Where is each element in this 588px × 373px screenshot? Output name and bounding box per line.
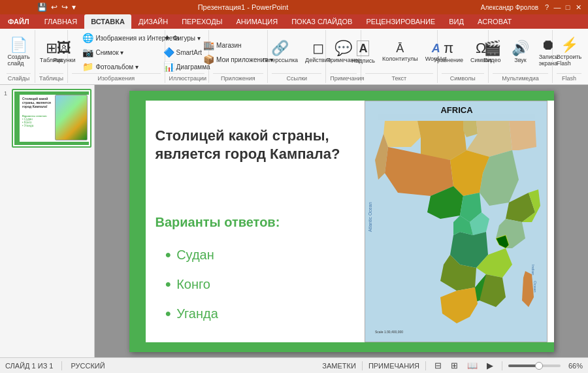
separator-3 bbox=[425, 361, 426, 370]
zoom-level[interactable]: 66% bbox=[564, 362, 583, 370]
tab-transitions[interactable]: ПЕРЕХОДЫ bbox=[175, 14, 229, 29]
audio-label: Звук bbox=[514, 57, 526, 63]
slide-answer-3[interactable]: ● Уганда bbox=[165, 306, 218, 321]
slide-number-label: 1 bbox=[4, 90, 7, 97]
africa-map-svg: AFRICA bbox=[365, 101, 547, 342]
store-label: Магазин bbox=[216, 42, 242, 49]
notes-btn[interactable]: ЗАМЕТКИ bbox=[322, 362, 356, 370]
flash-items: ⚡ ВстроитьFlash bbox=[554, 31, 584, 73]
ribbon-group-apps: 🏬 Магазин 📦 Мои приложения ▾ Приложения bbox=[209, 30, 269, 83]
zoom-slider[interactable] bbox=[508, 365, 561, 367]
minimize-btn[interactable]: — bbox=[553, 3, 562, 12]
header-footer-label: Колонтитулы bbox=[382, 56, 418, 62]
svg-text:AFRICA: AFRICA bbox=[440, 105, 473, 115]
audio-icon: 🔊 bbox=[512, 41, 529, 56]
normal-view-btn[interactable]: ⊟ bbox=[432, 359, 444, 372]
textbox-icon: A bbox=[357, 41, 369, 56]
video-btn[interactable]: 🎬 Видео bbox=[479, 40, 505, 65]
slide-map[interactable]: AFRICA bbox=[365, 101, 547, 342]
equation-btn[interactable]: π Уравнение bbox=[431, 40, 466, 65]
equation-icon: π bbox=[444, 41, 453, 56]
separator-4 bbox=[502, 361, 502, 370]
shapes-icon: ✦ bbox=[163, 33, 171, 43]
links-items: 🔗 Гиперссылка ◻ Действие bbox=[260, 31, 334, 73]
slide-green-left bbox=[129, 91, 146, 352]
slide-answer-1[interactable]: ● Судан bbox=[165, 248, 218, 263]
tab-review[interactable]: РЕЦЕНЗИРОВАНИЕ bbox=[359, 14, 442, 29]
tab-design[interactable]: ДИЗАЙН bbox=[132, 14, 174, 29]
ribbon-group-links: 🔗 Гиперссылка ◻ Действие Ссылки bbox=[268, 30, 326, 83]
main-area: 1 Столицей какой страны, является город … bbox=[0, 85, 588, 357]
ribbon-group-media: 🎬 Видео 🔊 Звук ⏺ Записьэкрана Мультимеди… bbox=[489, 30, 553, 83]
redo-quick-btn[interactable]: ↪ bbox=[60, 2, 69, 12]
hyperlink-label: Гиперссылка bbox=[263, 57, 298, 63]
thumb-question-text: Столицей какой страны, является город Ка… bbox=[22, 97, 53, 108]
close-btn[interactable]: ✕ bbox=[574, 3, 583, 12]
header-footer-icon: Ā bbox=[396, 42, 404, 54]
status-left: СЛАЙД 1 ИЗ 1 РУССКИЙ bbox=[5, 361, 105, 370]
online-images-icon: 🌐 bbox=[82, 33, 93, 43]
ribbon-tabs: ФАЙЛ ГЛАВНАЯ ВСТАВКА ДИЗАЙН ПЕРЕХОДЫ АНИ… bbox=[0, 14, 588, 29]
slide-answer-2[interactable]: ● Конго bbox=[165, 277, 218, 292]
create-slide-btn[interactable]: 📄 Создатьслайд bbox=[5, 37, 32, 68]
tab-home[interactable]: ГЛАВНАЯ bbox=[38, 14, 84, 29]
tab-view[interactable]: ВИД bbox=[442, 14, 470, 29]
tab-acrobat[interactable]: ACROBAT bbox=[471, 14, 518, 29]
textbox-btn[interactable]: A Надпись bbox=[349, 39, 378, 65]
shapes-label: Фигуры ▾ bbox=[173, 35, 201, 42]
reading-view-btn[interactable]: 📖 bbox=[465, 359, 480, 372]
header-footer-btn[interactable]: Ā Колонтитулы bbox=[380, 41, 421, 63]
slide-sorter-btn[interactable]: ⊞ bbox=[448, 359, 461, 372]
slide-question[interactable]: Столицей какой страны, является город Ка… bbox=[155, 127, 351, 164]
slideshow-btn[interactable]: ▶ bbox=[484, 359, 496, 372]
slide-editor: Столицей какой страны, является город Ка… bbox=[95, 85, 588, 357]
slide-answers-header[interactable]: Варианты ответов: bbox=[155, 215, 280, 230]
thumb-green-left bbox=[14, 91, 20, 145]
hyperlink-btn[interactable]: 🔗 Гиперссылка bbox=[260, 40, 301, 65]
tab-insert[interactable]: ВСТАВКА bbox=[84, 14, 131, 29]
media-items: 🎬 Видео 🔊 Звук ⏺ Записьэкрана bbox=[479, 31, 561, 73]
svg-text:Indian: Indian bbox=[531, 265, 535, 275]
ribbon-group-flash: ⚡ ВстроитьFlash Flash bbox=[553, 30, 585, 83]
map-inner: AFRICA bbox=[365, 101, 547, 342]
slide-thumbnail-container: 1 Столицей какой страны, является город … bbox=[12, 89, 91, 148]
window-controls[interactable]: ? — □ ✕ bbox=[542, 3, 583, 12]
tab-animation[interactable]: АНИМАЦИЯ bbox=[230, 14, 285, 29]
pictures-btn[interactable]: 🖼 Рисунки bbox=[50, 40, 78, 65]
language-info: РУССКИЙ bbox=[71, 362, 105, 370]
slides-group-label: Слайды bbox=[7, 73, 31, 82]
status-bar: СЛАЙД 1 ИЗ 1 РУССКИЙ ЗАМЕТКИ ПРИМЕЧАНИЯ … bbox=[0, 357, 588, 373]
comments-btn[interactable]: ПРИМЕЧАНИЯ bbox=[368, 362, 419, 370]
help-btn[interactable]: ? bbox=[542, 3, 551, 12]
answer-2-text: Конго bbox=[176, 277, 210, 292]
quick-access-toolbar[interactable]: 💾 ↩ ↪ ▾ bbox=[36, 2, 77, 12]
svg-text:Ocean: Ocean bbox=[533, 281, 537, 293]
save-quick-btn[interactable]: 💾 bbox=[36, 2, 48, 12]
tab-slideshow[interactable]: ПОКАЗ СЛАЙДОВ bbox=[285, 14, 359, 29]
title-bar: 💾 ↩ ↪ ▾ Презентация1 - PowerPoint Алекса… bbox=[0, 0, 588, 14]
tables-group-label: Таблицы bbox=[39, 73, 63, 82]
textbox-label: Надпись bbox=[351, 57, 375, 64]
customize-quick-btn[interactable]: ▾ bbox=[71, 2, 77, 12]
user-name: Александр Фролов bbox=[481, 4, 538, 11]
text-group-label: Текст bbox=[365, 73, 433, 82]
answer-3-text: Уганда bbox=[176, 306, 218, 321]
flash-btn[interactable]: ⚡ ВстроитьFlash bbox=[554, 37, 584, 68]
action-icon: ◻ bbox=[312, 41, 324, 56]
hyperlink-icon: 🔗 bbox=[271, 41, 289, 56]
audio-btn[interactable]: 🔊 Звук bbox=[507, 40, 533, 65]
photoalbum-label: Фотоальбом ▾ bbox=[95, 63, 139, 71]
tab-file[interactable]: ФАЙЛ bbox=[0, 14, 37, 29]
slide-canvas[interactable]: Столицей какой страны, является город Ка… bbox=[129, 91, 554, 352]
slide-green-bottom bbox=[129, 342, 554, 352]
answer-1-text: Судан bbox=[176, 248, 214, 263]
flash-icon: ⚡ bbox=[561, 38, 578, 52]
create-slide-label: Создатьслайд bbox=[7, 54, 29, 67]
snapshot-icon: 📷 bbox=[82, 47, 93, 57]
slide-thumbnail[interactable]: Столицей какой страны, является город Ка… bbox=[12, 89, 91, 148]
media-group-label: Мультимедиа bbox=[493, 73, 548, 82]
undo-quick-btn[interactable]: ↩ bbox=[50, 2, 59, 12]
images-group-label: Изображения bbox=[72, 73, 161, 82]
thumb-map bbox=[55, 95, 88, 140]
maximize-btn[interactable]: □ bbox=[563, 3, 572, 12]
